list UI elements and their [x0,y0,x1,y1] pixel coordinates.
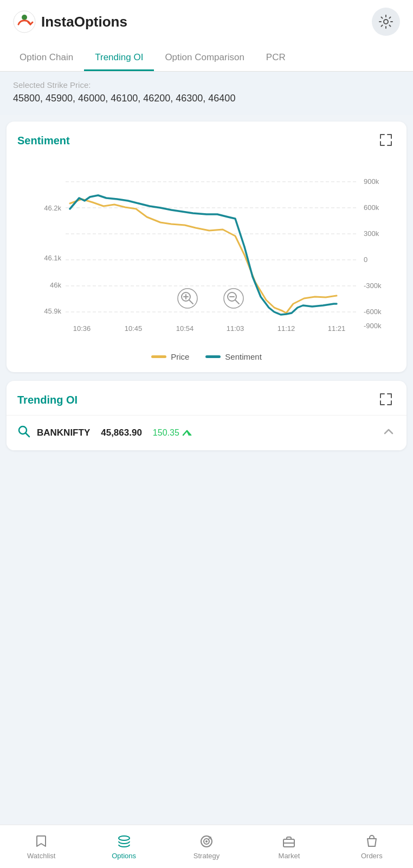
svg-text:11:12: 11:12 [278,324,295,333]
arrow-up-icon [182,427,192,438]
expand-icon-2 [378,392,393,407]
svg-text:10:54: 10:54 [176,324,194,333]
zoom-in-icon [178,289,197,308]
legend-sentiment-dot [205,355,221,358]
svg-text:46.2k: 46.2k [44,204,61,212]
tab-pcr[interactable]: PCR [255,43,296,71]
svg-text:45.9k: 45.9k [44,307,61,315]
svg-text:10:45: 10:45 [125,324,143,333]
svg-point-26 [178,289,197,308]
sentiment-chart-wrapper: 46.2k 46.1k 46k 45.9k 900k 600k 300k 0 -… [7,156,406,372]
svg-line-33 [235,300,239,304]
svg-text:600k: 600k [364,203,379,212]
app-name: InstaOptions [41,14,127,30]
nav-orders-label: Orders [361,852,383,860]
banknifty-name: BANKNIFTY [37,427,90,438]
svg-text:0: 0 [364,256,367,264]
banknifty-price: 45,863.90 [101,427,142,438]
svg-text:11:21: 11:21 [328,324,346,333]
banknifty-change: 150.35 [153,427,192,438]
svg-text:-900k: -900k [364,322,382,330]
svg-text:46k: 46k [50,281,61,289]
sentiment-expand-button[interactable] [376,130,396,151]
svg-point-31 [224,289,243,308]
svg-point-2 [384,20,388,24]
svg-text:46.1k: 46.1k [44,254,61,262]
tab-trending-oi[interactable]: Trending OI [84,43,154,71]
strike-price-label: Selected Strike Price: [13,80,400,90]
bookmark-icon [34,834,49,849]
nav-strategy[interactable]: Strategy [165,829,248,864]
expand-icon [378,132,393,148]
logo-area: InstaOptions [13,10,127,33]
strike-price-values: 45800, 45900, 46000, 46100, 46200, 46300… [13,93,400,104]
app-header: InstaOptions [0,0,413,43]
sentiment-chart: 46.2k 46.1k 46k 45.9k 900k 600k 300k 0 -… [13,160,400,344]
legend-price: Price [151,352,189,361]
trending-oi-title: Trending OI [17,394,78,406]
search-svg-icon [17,425,30,438]
zoom-out-icon [224,289,243,308]
banknifty-change-value: 150.35 [153,428,179,438]
target-icon [199,834,214,849]
chevron-up-button[interactable] [382,424,396,442]
svg-text:-300k: -300k [364,282,382,290]
nav-options[interactable]: Options [82,829,165,864]
svg-text:10:36: 10:36 [73,324,91,333]
sentiment-card: Sentiment 46.2k 46.1k 46k 45. [7,122,406,372]
strike-price-bar: Selected Strike Price: 45800, 45900, 460… [0,72,413,115]
nav-options-label: Options [112,852,136,860]
nav-watchlist[interactable]: Watchlist [0,829,82,864]
nav-watchlist-label: Watchlist [27,852,55,860]
sentiment-card-header: Sentiment [7,122,406,156]
cards-container: Sentiment 46.2k 46.1k 46k 45. [0,115,413,450]
chevron-icon [382,424,396,438]
trending-oi-card: Trending OI BANKNIFTY 45,863.90 1 [7,381,406,450]
legend-sentiment: Sentiment [205,352,262,361]
tab-option-comparison[interactable]: Option Comparison [154,43,255,71]
svg-point-37 [119,836,130,840]
svg-line-28 [189,300,193,304]
nav-market-label: Market [279,852,300,860]
nav-tabs: Option Chain Trending OI Option Comparis… [0,43,413,72]
svg-point-40 [205,840,208,843]
svg-text:300k: 300k [364,229,379,238]
nav-strategy-label: Strategy [193,852,220,860]
legend-price-dot [151,355,166,358]
svg-text:900k: 900k [364,177,379,186]
trending-oi-expand-button[interactable] [376,390,396,411]
settings-button[interactable] [372,8,400,36]
gear-icon [378,14,393,29]
tab-option-chain[interactable]: Option Chain [9,43,84,71]
banknifty-row[interactable]: BANKNIFTY 45,863.90 150.35 [7,415,406,450]
legend-price-label: Price [171,352,189,361]
svg-line-36 [26,433,30,437]
bag-icon [364,834,379,849]
svg-text:-600k: -600k [364,308,382,316]
sentiment-chart-legend: Price Sentiment [13,347,400,366]
search-icon [17,425,30,441]
trending-oi-card-header: Trending OI [7,381,406,415]
layers-icon [117,834,132,849]
bottom-nav: Watchlist Options Strategy Market [0,825,413,868]
app-logo-icon [13,10,36,33]
legend-sentiment-label: Sentiment [225,352,262,361]
nav-orders[interactable]: Orders [331,829,413,864]
sentiment-title: Sentiment [17,135,70,147]
nav-market[interactable]: Market [248,829,330,864]
svg-point-1 [22,15,27,20]
svg-text:11:03: 11:03 [227,324,244,333]
banknifty-info: BANKNIFTY 45,863.90 150.35 [17,425,192,441]
briefcase-icon [281,834,296,849]
